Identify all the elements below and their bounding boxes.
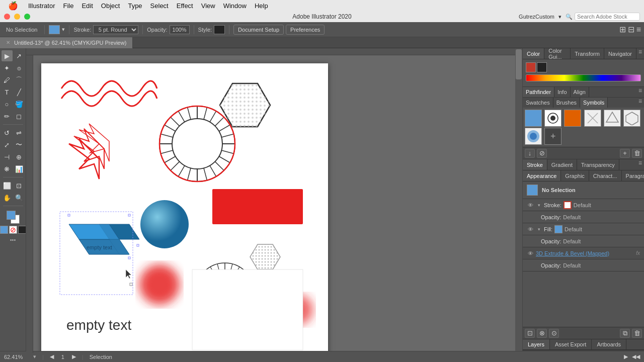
close-window-button[interactable]: [4, 14, 10, 20]
hand-tool[interactable]: ✋: [2, 192, 13, 203]
transform-tab[interactable]: Transform: [571, 48, 604, 59]
curvature-tool[interactable]: ⌒: [14, 74, 25, 85]
duplicate-item-btn[interactable]: ⧉: [620, 329, 630, 338]
background-color-swatch[interactable]: [537, 62, 547, 72]
graphic-tab[interactable]: Graphic: [561, 170, 589, 181]
gradient-tab[interactable]: Gradient: [547, 159, 577, 170]
preferences-button[interactable]: Preferences: [286, 25, 325, 35]
character-tab[interactable]: Charact...: [589, 170, 622, 181]
new-symbol-btn[interactable]: +: [620, 149, 630, 158]
artboard-tool[interactable]: ⬜: [2, 180, 13, 191]
menu-illustrator[interactable]: Illustrator: [24, 0, 59, 11]
symbol-5[interactable]: [604, 110, 621, 127]
menu-object[interactable]: Object: [97, 0, 124, 11]
tab-close-button[interactable]: ✕: [6, 40, 10, 45]
color-tab[interactable]: Color: [523, 48, 544, 59]
menu-type[interactable]: Type: [124, 0, 146, 11]
color-swatch-none[interactable]: ⊘: [9, 226, 17, 234]
effect-visibility-toggle[interactable]: 👁: [527, 250, 534, 257]
paint-bucket-tool[interactable]: 🪣: [14, 99, 25, 110]
fill-color-swatch[interactable]: [49, 25, 60, 34]
stop-btn[interactable]: ◀◀: [632, 353, 640, 360]
warp-tool[interactable]: 〜: [14, 139, 25, 150]
navigator-tab[interactable]: Navigator: [604, 48, 636, 59]
symbol-1[interactable]: [525, 110, 542, 127]
menu-window[interactable]: Window: [219, 0, 251, 11]
direct-selection-tool[interactable]: ↗: [14, 50, 25, 61]
color-spectrum-bar[interactable]: [526, 74, 641, 81]
effect-label[interactable]: 3D Extrude & Bevel (Mapped): [536, 250, 634, 256]
break-link-btn[interactable]: ⊘: [537, 149, 547, 158]
symbol-2[interactable]: [544, 110, 561, 127]
arrange-icon[interactable]: ⊞: [619, 25, 626, 34]
erase-tool[interactable]: ◻: [14, 111, 25, 122]
sub-panel-menu-icon[interactable]: ≡: [636, 87, 644, 97]
adobe-stock-search[interactable]: [575, 13, 640, 21]
swatches-panel-menu-icon[interactable]: ≡: [636, 98, 644, 108]
pen-tool[interactable]: 🖊: [2, 74, 13, 85]
foreground-color-swatch[interactable]: [526, 62, 536, 72]
minimize-window-button[interactable]: [14, 14, 20, 20]
panel-menu-icon[interactable]: ≡: [636, 48, 644, 59]
slice-tool[interactable]: ⊡: [14, 180, 25, 191]
color-guide-tab[interactable]: Color Gui...: [544, 48, 571, 59]
color-swatch-black[interactable]: [18, 226, 26, 234]
fill-stroke-swatches[interactable]: [7, 211, 20, 224]
more-tools-button[interactable]: •••: [10, 237, 16, 243]
pathfinder-tab[interactable]: Pathfinder: [523, 87, 554, 97]
fill-expand[interactable]: ▾: [536, 226, 542, 232]
column-graph-tool[interactable]: 📊: [14, 163, 25, 174]
stroke-tab[interactable]: Stroke: [523, 159, 547, 170]
menu-edit[interactable]: Edit: [77, 0, 97, 11]
clear-appearance-btn[interactable]: ⊗: [537, 329, 547, 338]
zoom-level[interactable]: 62.41%: [4, 354, 29, 360]
pencil-tool[interactable]: ✏: [2, 111, 13, 122]
maximize-window-button[interactable]: [24, 14, 30, 20]
symbol-sprayer-tool[interactable]: ❋: [2, 163, 13, 174]
style-swatch[interactable]: [214, 25, 225, 34]
delete-symbol-btn[interactable]: 🗑: [632, 149, 642, 158]
info-tab[interactable]: Info: [554, 87, 570, 97]
stroke-color-indicator[interactable]: [564, 201, 572, 209]
stroke-panel-menu-icon[interactable]: ≡: [636, 159, 644, 170]
stroke-expand[interactable]: ▾: [536, 202, 542, 208]
opacity-input[interactable]: [170, 25, 190, 34]
color-swatch-blue[interactable]: [0, 226, 8, 234]
menu-effect[interactable]: Effect: [173, 0, 197, 11]
apple-menu[interactable]: 🍎: [4, 0, 22, 11]
blend-tool[interactable]: ⊕: [14, 151, 25, 162]
next-page-btn[interactable]: ▶: [72, 353, 76, 360]
brushes-tab[interactable]: Brushes: [553, 98, 580, 108]
swatches-tab[interactable]: Swatches: [523, 98, 553, 108]
symbol-4[interactable]: [584, 110, 601, 127]
fill-swatch-fg[interactable]: [7, 211, 16, 220]
vertical-scrollbar[interactable]: [515, 48, 522, 353]
align-tab[interactable]: Align: [571, 87, 589, 97]
account-name[interactable]: GutrezCustom: [519, 14, 554, 20]
scale-tool[interactable]: ⤢: [2, 139, 13, 150]
zoom-dropdown-icon[interactable]: ▾: [33, 353, 36, 360]
line-tool[interactable]: ╱: [14, 86, 25, 98]
menu-extra-icon[interactable]: ≡: [636, 25, 641, 34]
width-tool[interactable]: ⊣: [2, 151, 13, 162]
align-icon[interactable]: ⊟: [628, 25, 634, 34]
prev-page-btn[interactable]: ◀: [50, 353, 54, 360]
delete-item-btn[interactable]: 🗑: [632, 329, 642, 338]
appearance-tab[interactable]: Appearance: [523, 170, 561, 181]
layers-tab[interactable]: Layers: [523, 339, 550, 349]
magic-wand-tool[interactable]: ✦: [2, 62, 13, 73]
reflect-tool[interactable]: ⇌: [14, 127, 25, 138]
ellipse-tool[interactable]: ○: [2, 99, 13, 110]
asset-export-tab[interactable]: Asset Export: [550, 339, 592, 349]
canvas-area[interactable]: empty text: [26, 48, 522, 362]
menu-file[interactable]: File: [59, 0, 77, 11]
menu-view[interactable]: View: [197, 0, 219, 11]
place-symbol-btn[interactable]: ↓: [525, 149, 535, 158]
lasso-tool[interactable]: ⌾: [14, 62, 25, 73]
stroke-visibility-toggle[interactable]: 👁: [527, 202, 534, 209]
new-art-has-basic-appearance-btn[interactable]: ⊡: [525, 329, 535, 338]
symbol-6[interactable]: [623, 110, 640, 127]
symbols-tab[interactable]: Symbols: [580, 98, 608, 108]
menu-select[interactable]: Select: [146, 0, 173, 11]
page-number[interactable]: 1: [58, 354, 68, 360]
